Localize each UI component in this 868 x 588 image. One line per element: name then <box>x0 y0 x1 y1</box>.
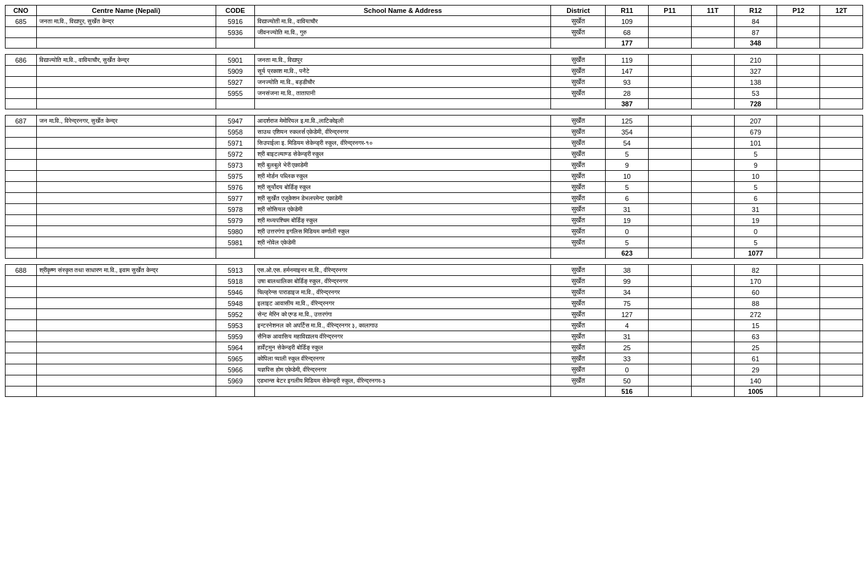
cell-district: सुर्खेत <box>551 27 606 38</box>
cell-r12: 31 <box>734 204 777 215</box>
cell-district: सुर्खेत <box>551 342 606 353</box>
cell-r12: 88 <box>734 298 777 309</box>
subtotal-p11 <box>648 386 691 397</box>
cell-centre <box>36 127 216 138</box>
cell-t12 <box>820 265 863 276</box>
cell-t11 <box>691 149 734 160</box>
cell-p11 <box>648 309 691 320</box>
cell-t11 <box>691 309 734 320</box>
cell-district: सुर्खेत <box>551 88 606 99</box>
cell-code: 5955 <box>216 88 254 99</box>
cell-p12 <box>777 237 820 248</box>
cell-r11: 125 <box>606 116 649 127</box>
cell-district: सुर्खेत <box>551 55 606 66</box>
cell-t11 <box>691 287 734 298</box>
subtotal-r11: 177 <box>606 38 649 49</box>
cell-cno <box>6 66 37 77</box>
cell-code: 5953 <box>216 320 254 331</box>
cell-school: श्री सुर्खेत एजुकेशन डेभलपमेन्ट एकाडेमी <box>255 193 551 204</box>
cell-r12: 6 <box>734 193 777 204</box>
cell-p11 <box>648 215 691 226</box>
cell-r12: 9 <box>734 160 777 171</box>
cell-t12 <box>820 116 863 127</box>
cell-district: सुर्खेत <box>551 237 606 248</box>
cell-school: श्री उत्तरगंगा इगलिस मिडियम कर्णाली स्कु… <box>255 226 551 237</box>
cell-p12 <box>777 204 820 215</box>
cell-centre <box>36 193 216 204</box>
table-row: 685जनता मा.वि., विद्यापुर, सुर्खेत केन्द… <box>6 16 863 27</box>
cell-t12 <box>820 287 863 298</box>
cell-cno <box>6 27 37 38</box>
cell-school: इन्टरनेशनल को अपर्टिस मा.वि., वीरेन्द्रन… <box>255 320 551 331</box>
table-row: 5948इलाइट आवासीय मा.वि., वीरेन्द्रनगरसुर… <box>6 298 863 309</box>
subtotal-r11: 623 <box>606 248 649 259</box>
cell-p12 <box>777 127 820 138</box>
cell-district: सुर्खेत <box>551 353 606 364</box>
cell-t11 <box>691 77 734 88</box>
cell-code: 5965 <box>216 353 254 364</box>
cell-r12: 210 <box>734 55 777 66</box>
cell-p12 <box>777 193 820 204</box>
cell-code: 5958 <box>216 127 254 138</box>
cell-p11 <box>648 160 691 171</box>
cell-t12 <box>820 353 863 364</box>
cell-r12: 60 <box>734 287 777 298</box>
group-gap <box>6 109 863 116</box>
subtotal-row: 177348 <box>6 38 863 49</box>
cell-centre <box>36 375 216 386</box>
cell-t12 <box>820 55 863 66</box>
cell-t11 <box>691 353 734 364</box>
cell-p12 <box>777 160 820 171</box>
cell-t12 <box>820 127 863 138</box>
header-p11: P11 <box>648 6 691 16</box>
cell-p11 <box>648 127 691 138</box>
cell-district: सुर्खेत <box>551 331 606 342</box>
main-table: CNO Centre Name (Nepali) CODE School Nam… <box>5 5 863 397</box>
cell-r12: 272 <box>734 309 777 320</box>
cell-school: विद्याज्योती मा.वि., वावियाचौर <box>255 16 551 27</box>
cell-centre <box>36 204 216 215</box>
cell-cno <box>6 320 37 331</box>
cell-t11 <box>691 88 734 99</box>
cell-r11: 9 <box>606 160 649 171</box>
cell-p11 <box>648 375 691 386</box>
cell-t11 <box>691 171 734 182</box>
cell-code: 5977 <box>216 193 254 204</box>
subtotal-r12: 1005 <box>734 386 777 397</box>
cell-p12 <box>777 298 820 309</box>
subtotal-p11 <box>648 248 691 259</box>
table-row: 5966यज्ञपिस होम एकेडेमी, वीरेन्द्रनगरसुर… <box>6 364 863 375</box>
cell-t12 <box>820 320 863 331</box>
table-row: 5981श्री नोवेल एकेडेमीसुर्खेत55 <box>6 237 863 248</box>
cell-school: सूर्य प्रकाश मा.वि., पनैटे <box>255 66 551 77</box>
cell-r12: 63 <box>734 331 777 342</box>
cell-code: 5981 <box>216 237 254 248</box>
header-p12: P12 <box>777 6 820 16</box>
header-r12: R12 <box>734 6 777 16</box>
subtotal-t12 <box>820 38 863 49</box>
cell-r11: 34 <box>606 287 649 298</box>
cell-code: 5976 <box>216 182 254 193</box>
subtotal-p12 <box>777 386 820 397</box>
cell-cno <box>6 287 37 298</box>
cell-t11 <box>691 265 734 276</box>
table-row: 5927जनज्योति मा.वि., बड्डीचौरसुर्खेत9313… <box>6 77 863 88</box>
cell-district: सुर्खेत <box>551 204 606 215</box>
cell-cno <box>6 309 37 320</box>
cell-t12 <box>820 309 863 320</box>
header-school: School Name & Address <box>255 6 551 16</box>
cell-code: 5972 <box>216 149 254 160</box>
table-row: 5936जीवनज्योति मा.वि., गुरुसुर्खेत6887 <box>6 27 863 38</box>
cell-code: 5980 <box>216 226 254 237</box>
cell-district: सुर्खेत <box>551 226 606 237</box>
cell-p12 <box>777 171 820 182</box>
cell-t12 <box>820 331 863 342</box>
table-row: 5964हार्वेट्मुन सेकेन्ड्री बोर्डिङ् स्कु… <box>6 342 863 353</box>
cell-centre <box>36 331 216 342</box>
cell-district: सुर्खेत <box>551 138 606 149</box>
cell-cno <box>6 88 37 99</box>
cell-r11: 5 <box>606 237 649 248</box>
cell-centre <box>36 88 216 99</box>
cell-p12 <box>777 226 820 237</box>
cell-cno <box>6 193 37 204</box>
